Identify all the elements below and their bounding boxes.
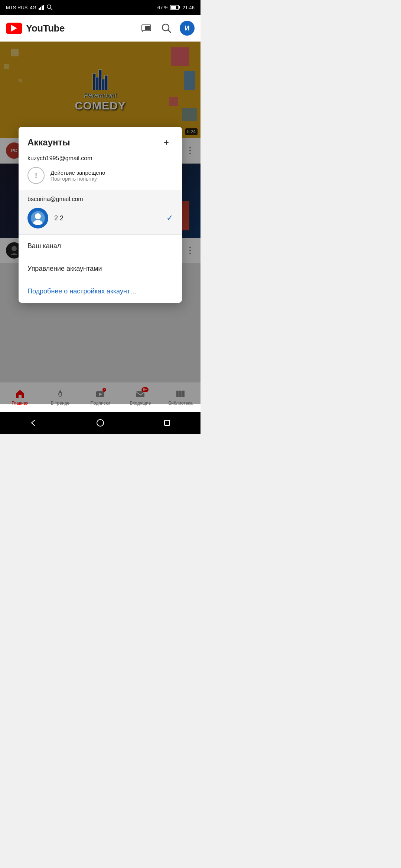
recents-button[interactable] — [160, 415, 175, 430]
svg-point-12 — [162, 24, 169, 31]
carrier-text: MTS RUS — [6, 5, 28, 10]
battery-text: 67 % — [157, 5, 169, 10]
back-button[interactable] — [26, 415, 41, 430]
status-left: MTS RUS 4G — [6, 4, 53, 10]
modal-header: Аккаунты + — [19, 127, 182, 155]
background-content: Paramount COMEDY 5:24 PC Ч ИРЕ — [0, 42, 200, 404]
search-icon — [162, 23, 171, 33]
error-sub-text[interactable]: Повторить попытку — [50, 176, 105, 182]
time-text: 21:46 — [182, 5, 195, 10]
svg-rect-7 — [179, 6, 180, 9]
network-type: 4G — [30, 5, 36, 10]
svg-rect-0 — [39, 8, 40, 10]
search-button[interactable] — [160, 22, 173, 35]
account2-row: 2 2 ✓ — [27, 208, 173, 228]
battery-icon — [170, 5, 180, 10]
svg-line-13 — [168, 30, 171, 33]
account2-avatar — [27, 208, 48, 228]
home-button[interactable] — [93, 415, 108, 430]
recents-icon — [163, 419, 171, 427]
app-bar: YouTube И — [0, 15, 200, 42]
account2-avatar-inner — [31, 211, 45, 225]
svg-rect-1 — [40, 7, 41, 10]
add-account-button[interactable]: + — [160, 136, 173, 149]
signal-icon — [39, 5, 45, 10]
status-right: 67 % 21:46 — [157, 5, 195, 10]
avatar-head — [35, 213, 41, 219]
back-icon — [29, 419, 38, 427]
account2-email: bscurina@gmail.com — [27, 196, 173, 203]
system-nav-bar — [0, 412, 200, 434]
svg-rect-8 — [171, 6, 176, 9]
account-settings-link[interactable]: Подробнее о настройках аккаунт… — [19, 280, 182, 303]
avatar-body — [33, 220, 43, 225]
your-channel-item[interactable]: Ваш канал — [19, 235, 182, 257]
svg-line-5 — [50, 8, 52, 10]
svg-rect-2 — [42, 6, 43, 10]
account1-section[interactable]: kuzych1995@gmail.com ! Действие запрещен… — [19, 155, 182, 190]
home-sys-icon — [96, 419, 104, 427]
svg-rect-27 — [164, 420, 170, 425]
account1-error-text: Действие запрещено Повторить попытку — [50, 170, 105, 182]
cast-icon — [141, 24, 151, 32]
user-avatar-button[interactable]: И — [180, 21, 195, 36]
app-bar-actions: И — [140, 21, 195, 36]
account1-email: kuzych1995@gmail.com — [27, 155, 173, 162]
error-main-text: Действие запрещено — [50, 170, 105, 176]
app-title: YouTube — [26, 23, 65, 34]
svg-rect-10 — [145, 26, 150, 30]
youtube-logo-icon — [6, 23, 22, 34]
svg-point-4 — [47, 5, 51, 9]
account2-name: 2 2 — [54, 214, 160, 222]
account1-error-row: ! Действие запрещено Повторить попытку — [27, 167, 173, 184]
modal-title: Аккаунты — [27, 137, 70, 148]
account2-section[interactable]: bscurina@gmail.com 2 2 ✓ — [19, 190, 182, 234]
avatar-label: И — [185, 24, 190, 32]
status-search-icon — [47, 4, 53, 10]
status-bar: MTS RUS 4G 67 % 21:46 — [0, 0, 200, 15]
svg-point-26 — [97, 420, 104, 426]
svg-rect-3 — [43, 5, 44, 10]
logo-area: YouTube — [6, 23, 65, 34]
cast-button[interactable] — [140, 22, 153, 35]
manage-accounts-item[interactable]: Управление аккаунтами — [19, 257, 182, 280]
accounts-modal: Аккаунты + kuzych1995@gmail.com ! Действ… — [19, 127, 182, 303]
error-icon: ! — [27, 167, 45, 184]
active-account-check-icon: ✓ — [166, 213, 173, 223]
